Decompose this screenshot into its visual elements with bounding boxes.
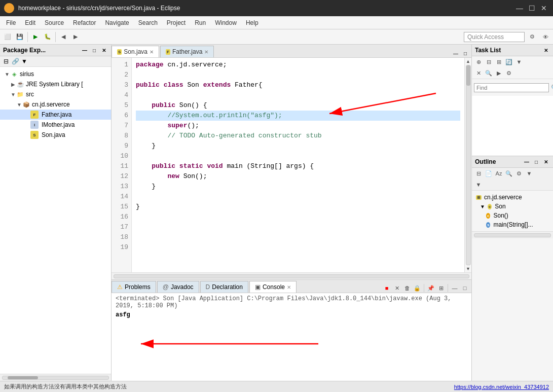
menu-help[interactable]: Help bbox=[242, 18, 263, 28]
outline-hscrollbar[interactable] bbox=[472, 231, 553, 238]
tab-father-close[interactable]: ✕ bbox=[204, 49, 208, 55]
outline-item-son[interactable]: ▼ c Son bbox=[474, 202, 551, 211]
tb-save-btn[interactable]: 💾 bbox=[14, 31, 25, 43]
task-tb-5[interactable]: ▼ bbox=[514, 57, 524, 66]
task-tb-9[interactable]: ⚙ bbox=[504, 68, 513, 78]
menu-source[interactable]: Source bbox=[41, 18, 68, 28]
tb-fwd-btn[interactable]: ▶ bbox=[70, 31, 81, 43]
outline-pkg-icon: ⊞ bbox=[476, 195, 482, 200]
tree-label-imother: IMother.java bbox=[42, 121, 75, 128]
right-panel: Task List ✕ ⊕ ⊟ ⊞ 🔄 ▼ ✕ 🔍 ▶ ⚙ 🔍 bbox=[472, 45, 553, 381]
tab-son-close[interactable]: ✕ bbox=[150, 49, 154, 55]
tree-item-src[interactable]: ▼ 📁 src bbox=[0, 89, 111, 99]
tree-arrow-sirius: ▼ bbox=[4, 72, 10, 77]
quick-access-input[interactable]: Quick Access bbox=[464, 32, 525, 42]
close-button[interactable]: ✕ bbox=[539, 3, 549, 13]
tab-declaration[interactable]: D Declaration bbox=[200, 281, 248, 293]
scroll-lock-btn[interactable]: 🔒 bbox=[413, 283, 422, 293]
menu-navigate[interactable]: Navigate bbox=[101, 18, 133, 28]
task-tb-6[interactable]: ✕ bbox=[474, 68, 483, 78]
tree-item-sirius[interactable]: ▼ ◈ sirius bbox=[0, 69, 111, 79]
tab-console[interactable]: ▣ Console ✕ bbox=[249, 281, 297, 293]
outline-tb-3[interactable]: Az bbox=[494, 169, 503, 178]
task-tb-2[interactable]: ⊟ bbox=[484, 57, 493, 66]
outline-item-main[interactable]: s main(String[]... bbox=[474, 220, 551, 229]
link-editor-btn[interactable]: 🔗 bbox=[11, 57, 19, 65]
code-content[interactable]: package cn.jd.serverce; public class Son… bbox=[132, 58, 464, 272]
menu-refactor[interactable]: Refactor bbox=[69, 18, 100, 28]
outline-controls[interactable]: — □ ✕ bbox=[523, 158, 550, 166]
task-tb-8[interactable]: ▶ bbox=[494, 68, 503, 78]
window-controls[interactable]: — ☐ ✕ bbox=[514, 3, 549, 13]
task-tb-3[interactable]: ⊞ bbox=[494, 57, 503, 66]
menu-project[interactable]: Project bbox=[163, 18, 190, 28]
panel-controls[interactable]: — □ ✕ bbox=[81, 46, 108, 54]
tab-problems[interactable]: ⚠ Problems bbox=[112, 281, 156, 293]
outline-item-constructor[interactable]: c Son() bbox=[474, 211, 551, 220]
task-header-controls[interactable]: ✕ bbox=[542, 46, 550, 54]
outline-max-btn[interactable]: □ bbox=[532, 158, 540, 166]
minimize-button[interactable]: — bbox=[514, 3, 525, 13]
tree-item-father[interactable]: F Father.java bbox=[0, 110, 111, 120]
close-panel-btn[interactable]: ✕ bbox=[100, 46, 108, 54]
outline-tb-2[interactable]: 📄 bbox=[484, 169, 493, 178]
code-line-19 bbox=[136, 242, 460, 253]
pin-btn[interactable]: 📌 bbox=[426, 283, 435, 293]
console-close-icon[interactable]: ✕ bbox=[287, 284, 291, 290]
menu-file[interactable]: File bbox=[2, 18, 20, 28]
collapse-all-btn[interactable]: ⊟ bbox=[2, 57, 10, 65]
clear-btn[interactable]: 🗑 bbox=[402, 283, 412, 293]
outline-close-btn[interactable]: ✕ bbox=[542, 158, 550, 166]
task-close-icon[interactable]: ✕ bbox=[542, 46, 550, 54]
tree-item-son[interactable]: S Son.java bbox=[0, 130, 111, 140]
console-min-btn[interactable]: — bbox=[450, 283, 459, 293]
editor-hscrollbar[interactable] bbox=[112, 272, 471, 279]
tab-son-java[interactable]: S Son.java ✕ bbox=[112, 46, 159, 57]
tree-item-package[interactable]: ▼ 📦 cn.jd.serverce bbox=[0, 99, 111, 110]
remove-btn[interactable]: ✕ bbox=[392, 283, 401, 293]
maximize-panel-btn[interactable]: □ bbox=[90, 46, 98, 54]
tb-perspectives-btn[interactable]: ⚙ bbox=[527, 31, 538, 43]
task-tb-4[interactable]: 🔄 bbox=[504, 57, 513, 66]
menu-run[interactable]: Run bbox=[191, 18, 210, 28]
menu-edit[interactable]: Edit bbox=[21, 18, 40, 28]
tab-father-java[interactable]: F Father.java ✕ bbox=[160, 46, 214, 57]
task-tb-1[interactable]: ⊕ bbox=[474, 57, 483, 66]
tb-run-btn[interactable]: ▶ bbox=[30, 31, 41, 43]
main-area: Package Exp... — □ ✕ ⊟ 🔗 ▼ ▼ ◈ sirius bbox=[0, 45, 553, 381]
tb-back-btn[interactable]: ◀ bbox=[58, 31, 69, 43]
status-link[interactable]: https://blog.csdn.net/weixin_43734912 bbox=[454, 384, 549, 390]
menu-bar: File Edit Source Refactor Navigate Searc… bbox=[0, 16, 553, 29]
outline-item-pkg[interactable]: ⊞ cn.jd.serverce bbox=[474, 193, 551, 202]
tab-javadoc[interactable]: @ Javadoc bbox=[157, 281, 199, 293]
task-tb-7[interactable]: 🔍 bbox=[484, 68, 493, 78]
outline-tb-7[interactable]: ▼ bbox=[474, 180, 483, 189]
task-find-input[interactable] bbox=[474, 83, 549, 92]
code-editor[interactable]: 12345 678910 1112131415 16171819 package… bbox=[112, 58, 471, 272]
outline-tb-5[interactable]: ⚙ bbox=[514, 169, 524, 178]
view-menu-btn[interactable]: ▼ bbox=[20, 57, 28, 65]
terminate-btn[interactable]: ■ bbox=[382, 283, 391, 293]
package-tree: ▼ ◈ sirius ▶ ☕ JRE System Library [ ▼ 📁 … bbox=[0, 67, 111, 374]
outline-min-btn[interactable]: — bbox=[523, 158, 531, 166]
outline-tb-1[interactable]: ⊟ bbox=[474, 169, 483, 178]
find-lens-icon: 🔍 bbox=[551, 84, 553, 91]
console-max-btn[interactable]: □ bbox=[460, 283, 469, 293]
tb-new-btn[interactable]: ⬜ bbox=[2, 31, 13, 43]
editor-panel-max[interactable]: □ bbox=[461, 49, 469, 57]
tree-item-imother[interactable]: I IMother.java bbox=[0, 120, 111, 130]
tree-item-jre[interactable]: ▶ ☕ JRE System Library [ bbox=[0, 79, 111, 89]
minimize-panel-btn[interactable]: — bbox=[81, 46, 89, 54]
outline-tb-6[interactable]: ▼ bbox=[525, 169, 534, 178]
open-console-btn[interactable]: ⊞ bbox=[436, 283, 446, 293]
tb-views-btn[interactable]: 👁 bbox=[540, 31, 551, 43]
editor-vscrollbar[interactable]: ▲ ▼ bbox=[464, 58, 471, 272]
console-output-line: asfg bbox=[116, 311, 467, 318]
tb-debug-btn[interactable]: 🐛 bbox=[42, 31, 53, 43]
line-numbers: 12345 678910 1112131415 16171819 bbox=[112, 58, 132, 272]
editor-panel-min[interactable]: — bbox=[452, 49, 460, 57]
menu-window[interactable]: Window bbox=[211, 18, 241, 28]
outline-tb-4[interactable]: 🔍 bbox=[504, 169, 513, 178]
maximize-button[interactable]: ☐ bbox=[527, 3, 537, 13]
menu-search[interactable]: Search bbox=[134, 18, 162, 28]
